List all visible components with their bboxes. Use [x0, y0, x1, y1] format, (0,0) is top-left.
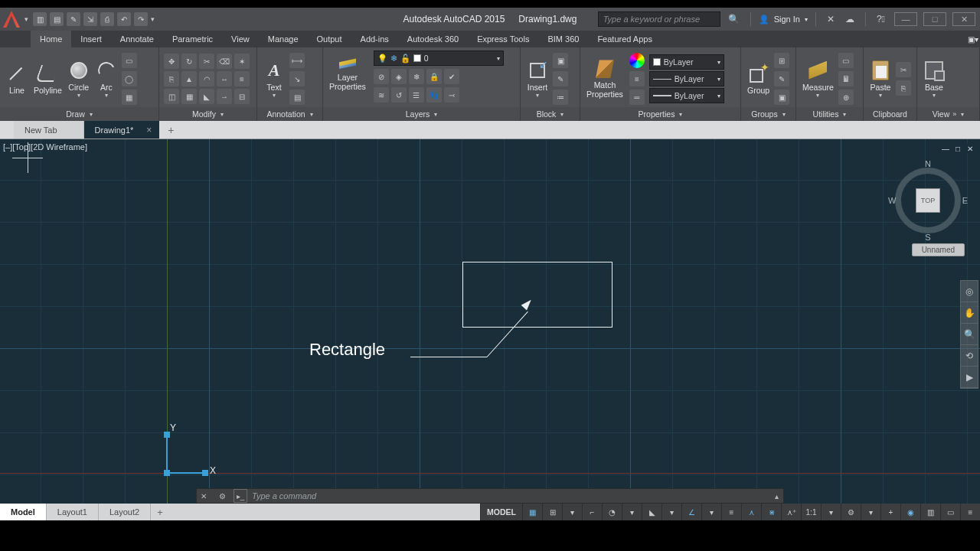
viewcube[interactable]: N S E W TOP: [890, 162, 966, 239]
layout-tab-model[interactable]: Model: [0, 504, 47, 520]
viewcube-west[interactable]: W: [888, 196, 896, 205]
line-button[interactable]: Line: [5, 63, 29, 95]
ribbon-minimize-button[interactable]: ▣▾: [966, 31, 980, 47]
status-ortho-button[interactable]: ⌐: [582, 504, 602, 520]
drawing-area[interactable]: [–][Top][2D Wireframe] X Y Rectangle — □…: [0, 139, 980, 528]
rectangle-button[interactable]: ▭: [122, 53, 137, 68]
layer-freeze-button[interactable]: ❄: [409, 69, 424, 84]
align-button[interactable]: ⊟: [234, 89, 250, 104]
paste-button[interactable]: Paste ▾: [868, 60, 893, 99]
tab-view[interactable]: View: [222, 31, 259, 47]
rotate-button[interactable]: ↻: [181, 54, 197, 69]
edit-block-button[interactable]: ✎: [553, 71, 568, 86]
status-lwt-button[interactable]: ≡: [721, 504, 741, 520]
stay-connected-icon[interactable]: ☁: [842, 14, 858, 24]
mirror-button[interactable]: ▲: [181, 71, 197, 86]
copy-button[interactable]: ⎘: [164, 71, 179, 86]
layer-off-button[interactable]: ⊘: [374, 69, 389, 84]
color-wheel-button[interactable]: [629, 53, 645, 68]
explode-button[interactable]: ✶: [234, 54, 250, 69]
stretch-button[interactable]: ↔: [217, 71, 232, 86]
panel-utilities-title[interactable]: Utilities: [796, 107, 863, 121]
command-input[interactable]: Type a command: [252, 491, 765, 500]
file-tab-new-button[interactable]: +: [159, 121, 182, 139]
layer-merge-button[interactable]: ⤙: [444, 87, 459, 103]
match-properties-button[interactable]: Match Properties: [585, 58, 625, 99]
command-customize-button[interactable]: ⚙: [215, 489, 229, 503]
leader-button[interactable]: ↘: [289, 71, 305, 86]
rectangle-entity[interactable]: [462, 262, 612, 328]
panel-groups-title[interactable]: Groups: [741, 107, 795, 121]
layout-tab-new-button[interactable]: +: [151, 504, 169, 520]
hatch-button[interactable]: ▦: [122, 90, 137, 105]
tab-autodesk360[interactable]: Autodesk 360: [398, 31, 468, 47]
viewport-maximize-button[interactable]: □: [952, 144, 963, 153]
viewcube-north[interactable]: N: [925, 159, 931, 168]
trim-button[interactable]: ✂: [199, 54, 214, 69]
layer-selector[interactable]: 💡 ❄ 🔓 0 ▾: [374, 51, 504, 66]
qat-plot-icon[interactable]: ⎙: [100, 12, 114, 26]
linetype-button[interactable]: ≡: [629, 71, 645, 86]
nav-pan-button[interactable]: ✋: [961, 302, 978, 324]
circle-button[interactable]: Circle ▾: [67, 60, 91, 99]
app-menu-caret-icon[interactable]: ▾: [24, 15, 28, 23]
qat-customize-icon[interactable]: ▾: [151, 15, 155, 23]
exchange-apps-icon[interactable]: ✕: [824, 14, 838, 24]
layout-tab-layout2[interactable]: Layout2: [99, 504, 151, 520]
panel-modify-title[interactable]: Modify: [159, 107, 256, 121]
group-edit-button[interactable]: ✎: [774, 71, 789, 86]
panel-annotation-title[interactable]: Annotation: [257, 107, 322, 121]
status-ws-button[interactable]: ⚙: [841, 504, 861, 520]
viewcube-ucs-label[interactable]: Unnamed: [912, 243, 965, 256]
viewport-controls[interactable]: [–][Top][2D Wireframe]: [3, 142, 87, 152]
tab-addins[interactable]: Add-ins: [351, 31, 398, 47]
group-button[interactable]: Group: [746, 63, 771, 95]
lineweight-selector[interactable]: ByLayer ▾: [649, 88, 724, 103]
tab-featuredapps[interactable]: Featured Apps: [588, 31, 662, 47]
viewport-minimize-button[interactable]: —: [940, 144, 951, 153]
app-logo-icon[interactable]: [3, 11, 20, 28]
ellipse-button[interactable]: ◯: [122, 71, 137, 86]
layout-tab-layout1[interactable]: Layout1: [47, 504, 99, 520]
color-selector[interactable]: ByLayer ▾: [649, 54, 724, 70]
status-hardware-button[interactable]: ◉: [900, 504, 920, 520]
status-monitor-button[interactable]: +: [880, 504, 900, 520]
ungroup-button[interactable]: ⊞: [774, 53, 789, 68]
polyline-button[interactable]: Polyline: [32, 63, 64, 95]
tab-expresstools[interactable]: Express Tools: [468, 31, 538, 47]
status-grid-button[interactable]: ▦: [522, 504, 542, 520]
status-annoscale-button[interactable]: ⋏: [741, 504, 761, 520]
status-ws-menu[interactable]: ▾: [861, 504, 880, 520]
id-point-button[interactable]: ⊕: [838, 90, 854, 105]
window-close-button[interactable]: ✕: [952, 12, 975, 26]
lineweight-button[interactable]: ═: [629, 90, 645, 105]
create-block-button[interactable]: ▣: [553, 53, 568, 68]
tab-home[interactable]: Home: [31, 31, 71, 47]
sign-in-button[interactable]: 👤 Sign In ▾: [759, 15, 808, 24]
layer-properties-button[interactable]: Layer Properties: [328, 51, 368, 91]
array-button[interactable]: ▦: [181, 89, 197, 104]
viewcube-south[interactable]: S: [925, 233, 930, 242]
tab-annotate[interactable]: Annotate: [111, 31, 163, 47]
status-snap-menu[interactable]: ▾: [562, 504, 582, 520]
window-minimize-button[interactable]: —: [894, 12, 917, 26]
status-polar-menu[interactable]: ▾: [622, 504, 642, 520]
status-clean-button[interactable]: ▭: [940, 504, 960, 520]
text-button[interactable]: A Text ▾: [262, 60, 286, 99]
panel-clipboard-title[interactable]: Clipboard: [864, 107, 916, 121]
file-tab-start[interactable]: New Tab: [14, 121, 84, 139]
erase-button[interactable]: ⌫: [217, 54, 232, 69]
layer-iso-button[interactable]: ◈: [391, 69, 407, 84]
status-annoauto-button[interactable]: ⋏⁺: [781, 504, 801, 520]
quick-calc-button[interactable]: 🖩: [838, 71, 854, 86]
status-isodraft-button[interactable]: ◣: [642, 504, 662, 520]
viewcube-east[interactable]: E: [962, 196, 968, 205]
move-button[interactable]: ✥: [164, 54, 179, 69]
qat-save-icon[interactable]: ✎: [67, 12, 80, 26]
layer-make-current-button[interactable]: ✔: [444, 69, 459, 84]
dimension-button[interactable]: ⟼: [289, 53, 305, 68]
tab-output[interactable]: Output: [308, 31, 351, 47]
layer-state-button[interactable]: ☰: [409, 87, 424, 103]
status-snap-button[interactable]: ⊞: [542, 504, 562, 520]
nav-wheel-button[interactable]: ◎: [961, 281, 978, 302]
